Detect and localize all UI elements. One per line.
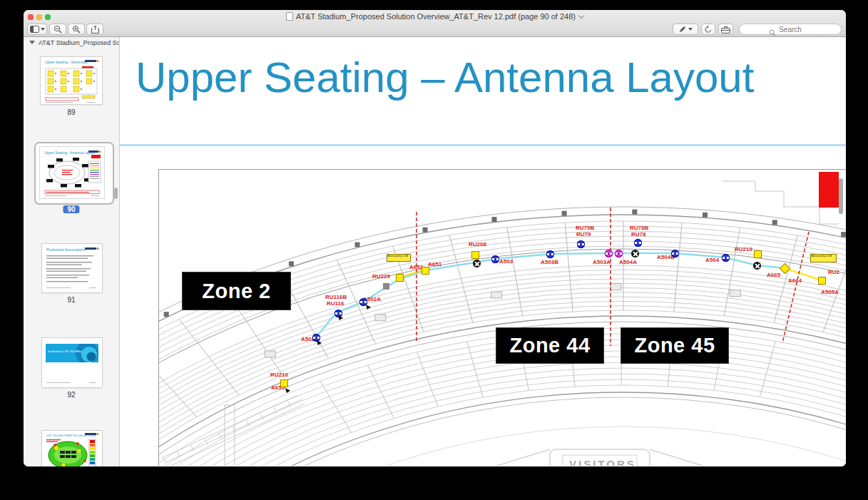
antenna-marker-blue xyxy=(722,254,730,262)
antenna-label: A504 xyxy=(705,257,719,263)
visitors-room-label: VISITORS xyxy=(569,458,636,466)
antenna-marker-blk xyxy=(631,250,639,257)
antenna-label: RU79B xyxy=(576,225,594,231)
zone-label: Zone 44 xyxy=(496,327,604,364)
zone-label: Zone 2 xyxy=(182,272,291,310)
window-title: AT&T Stadium_Proposed Solution Overview_… xyxy=(166,12,703,21)
view-menu-button[interactable] xyxy=(27,24,47,35)
markup-pen-button[interactable] xyxy=(673,24,698,35)
sidebar-doc-header[interactable]: AT&T Stadium_Proposed Soluti… xyxy=(24,37,119,48)
attenuation-note-text: Attenuated by 3 dB xyxy=(387,255,397,258)
window-title-text: AT&T Stadium_Proposed Solution Overview_… xyxy=(296,12,576,21)
chevron-down-icon[interactable] xyxy=(578,13,584,19)
antenna-marker-blue xyxy=(312,334,320,342)
antenna-label: RU208 xyxy=(469,242,486,248)
search-field[interactable] xyxy=(739,24,842,35)
antenna-marker-blk xyxy=(753,262,761,270)
search-input[interactable] xyxy=(740,24,841,34)
svg-text:Predictions (LTE 700 MHz): Predictions (LTE 700 MHz) xyxy=(48,350,82,353)
title-underline xyxy=(120,144,846,146)
antenna-marker-gray xyxy=(383,283,389,290)
antenna-label: RU210 xyxy=(270,372,288,378)
attenuation-note: Attenuated by 3 dB xyxy=(387,254,411,262)
antenna-marker-blue xyxy=(577,240,585,248)
rotate-button[interactable] xyxy=(701,24,715,35)
antenna-label: A503B xyxy=(541,260,558,265)
magnifier-plus-icon xyxy=(72,25,81,34)
rotate-left-icon xyxy=(704,25,713,34)
minimize-button[interactable] xyxy=(36,14,42,20)
antenna-label: RU229 xyxy=(372,274,390,280)
page-label-89: 89 xyxy=(24,108,119,116)
preview-window: AT&T Stadium_Proposed Solution Overview_… xyxy=(24,10,846,466)
antenna-label: RU116 xyxy=(327,301,344,307)
antenna-label: A503 xyxy=(499,259,513,265)
antenna-label: A503A xyxy=(593,260,611,265)
page-label-90-selected: 90 xyxy=(63,205,79,213)
attenuation-note-text: Attenuated by 3 dB xyxy=(811,255,822,258)
antenna-marker-yel xyxy=(280,379,288,387)
pen-icon xyxy=(678,25,687,34)
svg-text:Predictions Assumptions: Predictions Assumptions xyxy=(46,248,86,252)
antenna-label: A504A xyxy=(619,260,637,265)
magnifier-minus-icon xyxy=(53,25,62,34)
slide-title: Upper Seating – Antenna Layout xyxy=(136,53,754,102)
thumbnail-93-graphic: LTE 700 MHz RSRP Plot (Event Level) xyxy=(42,431,102,466)
antenna-marker-mag xyxy=(615,250,623,257)
thumbnail-92-graphic: Predictions (LTE 700 MHz) xyxy=(42,338,102,387)
page-label-92: 92 xyxy=(24,391,119,399)
antenna-marker-blue xyxy=(491,255,499,263)
antenna-label: RU78B xyxy=(630,225,648,231)
zoom-out-button[interactable] xyxy=(49,24,66,35)
antenna-marker-blk xyxy=(473,260,481,267)
thumbnail-89-graphic: Upper Seating - Schematic xyxy=(41,57,102,104)
markup-toolbar-button[interactable] xyxy=(718,24,733,35)
antenna-label: RU219 xyxy=(735,247,752,252)
antenna-label: RU2 xyxy=(828,270,839,275)
svg-text:Upper Seating - Antenna Layout: Upper Seating - Antenna Layout xyxy=(44,150,96,155)
zoom-window-button[interactable] xyxy=(45,14,51,20)
share-icon xyxy=(91,25,99,34)
thumbnail-90-graphic: Upper Seating - Antenna Layout xyxy=(40,147,104,198)
thumbnail-sidebar: AT&T Stadium_Proposed Soluti… Upper Seat… xyxy=(24,37,120,466)
stadium-bowl-drawing xyxy=(159,170,846,466)
thumbnail-page-90[interactable]: Upper Seating - Antenna Layout xyxy=(40,147,104,198)
disclosure-triangle-icon[interactable] xyxy=(29,41,35,44)
pdf-page-view: Upper Seating – Antenna Layout VISITORS … xyxy=(120,37,846,466)
sidebar-doc-title: AT&T Stadium_Proposed Soluti… xyxy=(39,39,119,46)
document-proxy-icon[interactable] xyxy=(286,12,293,21)
chevron-down-icon xyxy=(41,28,45,31)
antenna-label: RU116B xyxy=(325,295,347,300)
sidebar-scrollbar[interactable] xyxy=(114,188,118,199)
zone-label: Zone 45 xyxy=(621,327,729,364)
antenna-marker-blue xyxy=(546,250,554,258)
antenna-label: A664 xyxy=(788,278,802,284)
antenna-label: RU79 xyxy=(576,232,591,238)
zoom-in-button[interactable] xyxy=(68,24,85,35)
antenna-marker-blue xyxy=(634,239,642,247)
main-scrollbar[interactable] xyxy=(839,178,843,214)
red-banner-box xyxy=(819,172,839,208)
thumbnail-page-89[interactable]: Upper Seating - Schematic xyxy=(41,57,102,104)
thumbnail-page-91[interactable]: Predictions Assumptions xyxy=(42,244,102,292)
antenna-marker-yel xyxy=(754,250,762,258)
share-button[interactable] xyxy=(86,24,103,35)
attenuation-note: Attenuated by 3 dB xyxy=(810,254,837,262)
antenna-marker-blue xyxy=(671,250,679,257)
antenna-label: A665 xyxy=(767,272,780,278)
antenna-marker-yel xyxy=(471,251,479,259)
close-button[interactable] xyxy=(28,14,34,20)
chevron-down-icon xyxy=(688,28,693,31)
sidebar-view-icon xyxy=(30,26,39,33)
page-label-91: 91 xyxy=(24,296,119,304)
antenna-label: A651 xyxy=(428,262,441,267)
antenna-label: A505A xyxy=(821,290,839,295)
thumbnail-page-93[interactable]: LTE 700 MHz RSRP Plot (Event Level) xyxy=(42,431,102,466)
thumbnail-page-92[interactable]: Predictions (LTE 700 MHz) xyxy=(42,338,102,387)
antenna-marker-mag xyxy=(605,250,613,257)
antenna-layout-diagram: VISITORS Zone 2Zone 44Zone 45Attenuated … xyxy=(158,169,846,466)
antenna-marker-yel xyxy=(422,267,429,275)
window-chrome: AT&T Stadium_Proposed Solution Overview_… xyxy=(24,10,846,37)
antenna-label: RU78 xyxy=(631,232,645,238)
thumbnail-91-graphic: Predictions Assumptions xyxy=(42,244,102,292)
